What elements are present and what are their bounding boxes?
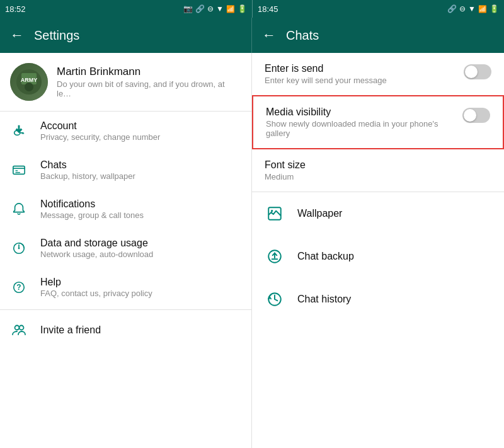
font-size-value: Medium <box>265 172 491 181</box>
notifications-icon <box>10 200 28 218</box>
svg-point-16 <box>15 326 20 330</box>
chats-icon <box>10 161 28 179</box>
media-visibility-toggle[interactable] <box>462 108 490 123</box>
toggle-knob <box>465 66 478 78</box>
chats-text: Chats Backup, history, wallpaper <box>40 159 241 181</box>
help-text: Help FAQ, contact us, privacy policy <box>40 277 241 298</box>
data-storage-text: Data and storage usage Network usage, au… <box>40 238 241 259</box>
left-time: 18:52 <box>5 4 26 14</box>
help-sublabel: FAQ, contact us, privacy policy <box>40 289 241 298</box>
help-icon: ? <box>10 279 28 296</box>
svg-text:?: ? <box>16 283 21 292</box>
left-status-icons: 📷 🔗 ⊖ ▼ 📶 🔋 <box>183 4 247 13</box>
help-label: Help <box>40 277 241 288</box>
chats-settings-panel: Enter is send Enter key will send your m… <box>252 53 504 448</box>
profile-info: Martin Brinkmann Do your own bit of savi… <box>57 66 241 98</box>
avatar: ARMY <box>10 63 48 101</box>
chats-back-button[interactable]: ← <box>262 27 276 43</box>
signal2-icon: 📶 <box>478 5 487 13</box>
media-visibility-row[interactable]: Media visibility Show newly downloaded m… <box>252 95 504 149</box>
menu-item-chats[interactable]: Chats Backup, history, wallpaper <box>0 151 251 190</box>
chat-history-label: Chat history <box>297 294 351 305</box>
camera-icon: 📷 <box>183 4 193 13</box>
settings-title: Settings <box>34 28 79 43</box>
avatar-image: ARMY <box>16 69 42 95</box>
status-bar-right: 18:45 🔗 ⊖ ▼ 📶 🔋 <box>253 4 504 14</box>
chats-menu-sublabel: Backup, history, wallpaper <box>40 171 241 181</box>
svg-point-19 <box>271 210 273 212</box>
notifications-sublabel: Message, group & call tones <box>40 210 241 220</box>
menu-item-help[interactable]: ? Help FAQ, contact us, privacy policy <box>0 268 251 307</box>
chat-backup-label: Chat backup <box>297 251 354 262</box>
enter-is-send-text: Enter is send Enter key will send your m… <box>265 63 387 85</box>
wallpaper-icon <box>265 204 285 224</box>
menu-item-invite[interactable]: Invite a friend <box>0 313 251 348</box>
invite-icon <box>10 321 28 339</box>
enter-is-send-row[interactable]: Enter is send Enter key will send your m… <box>252 53 504 95</box>
settings-back-button[interactable]: ← <box>10 27 24 43</box>
chats-menu-label: Chats <box>40 159 241 171</box>
font-size-row[interactable]: Font size Medium <box>252 149 504 192</box>
headers: ← Settings ← Chats <box>0 18 504 53</box>
menu-item-data-storage[interactable]: Data and storage usage Network usage, au… <box>0 229 251 268</box>
chat-backup-row[interactable]: Chat backup <box>252 235 504 278</box>
svg-point-3 <box>25 83 33 91</box>
data-storage-sublabel: Network usage, auto-download <box>40 250 241 259</box>
wifi-icon: ▼ <box>216 4 224 13</box>
media-visibility-label: Media visibility <box>266 106 452 118</box>
chat-history-row[interactable]: Chat history <box>252 278 504 321</box>
account-text: Account Privacy, security, change number <box>40 120 241 142</box>
settings-header: ← Settings <box>0 18 252 53</box>
link-icon: 🔗 <box>195 4 205 13</box>
profile-status: Do your own bit of saving, and if you dr… <box>57 79 241 98</box>
menu-divider <box>0 309 251 310</box>
media-visibility-sublabel: Show newly downloaded media in your phon… <box>266 119 452 138</box>
svg-rect-8 <box>13 166 25 175</box>
menu-item-account[interactable]: Account Privacy, security, change number <box>0 112 251 151</box>
account-sublabel: Privacy, security, change number <box>40 132 241 142</box>
enter-is-send-toggle[interactable] <box>464 64 491 79</box>
enter-is-send-label: Enter is send <box>265 63 387 74</box>
signal-icon: 📶 <box>226 5 235 13</box>
chat-backup-icon <box>265 246 285 267</box>
data-storage-icon <box>10 239 28 257</box>
minus-circle-icon: ⊖ <box>207 4 214 13</box>
account-label: Account <box>40 120 241 132</box>
status-bar-left: 18:52 📷 🔗 ⊖ ▼ 📶 🔋 <box>0 4 252 14</box>
menu-item-notifications[interactable]: Notifications Message, group & call tone… <box>0 190 251 229</box>
media-toggle-knob <box>464 109 476 122</box>
battery2-icon: 🔋 <box>490 4 499 13</box>
enter-is-send-sublabel: Enter key will send your message <box>265 76 387 85</box>
status-bar: 18:52 📷 🔗 ⊖ ▼ 📶 🔋 18:45 🔗 ⊖ ▼ 📶 🔋 <box>0 0 504 18</box>
notifications-text: Notifications Message, group & call tone… <box>40 198 241 220</box>
link2-icon: 🔗 <box>447 4 457 13</box>
chats-header: ← Chats <box>252 18 504 53</box>
font-size-label: Font size <box>265 159 491 171</box>
profile-row[interactable]: ARMY Martin Brinkmann Do your own bit of… <box>0 53 251 112</box>
wifi2-icon: ▼ <box>468 4 476 13</box>
media-visibility-text: Media visibility Show newly downloaded m… <box>266 106 452 138</box>
right-time: 18:45 <box>258 4 278 14</box>
invite-label: Invite a friend <box>40 325 241 336</box>
notifications-label: Notifications <box>40 198 241 210</box>
invite-text: Invite a friend <box>40 325 241 336</box>
wallpaper-row[interactable]: Wallpaper <box>252 192 504 235</box>
right-status-icons: 🔗 ⊖ ▼ 📶 🔋 <box>447 4 499 13</box>
minus2-icon: ⊖ <box>459 4 466 13</box>
battery-icon: 🔋 <box>238 4 247 13</box>
svg-point-17 <box>20 326 24 330</box>
data-storage-label: Data and storage usage <box>40 238 241 249</box>
chats-title: Chats <box>286 28 319 43</box>
settings-panel: ARMY Martin Brinkmann Do your own bit of… <box>0 53 252 448</box>
main-content: ARMY Martin Brinkmann Do your own bit of… <box>0 53 504 448</box>
chat-history-icon <box>265 289 285 309</box>
wallpaper-label: Wallpaper <box>297 208 342 219</box>
account-icon <box>10 122 28 140</box>
profile-name: Martin Brinkmann <box>57 66 241 78</box>
svg-text:ARMY: ARMY <box>21 77 38 83</box>
